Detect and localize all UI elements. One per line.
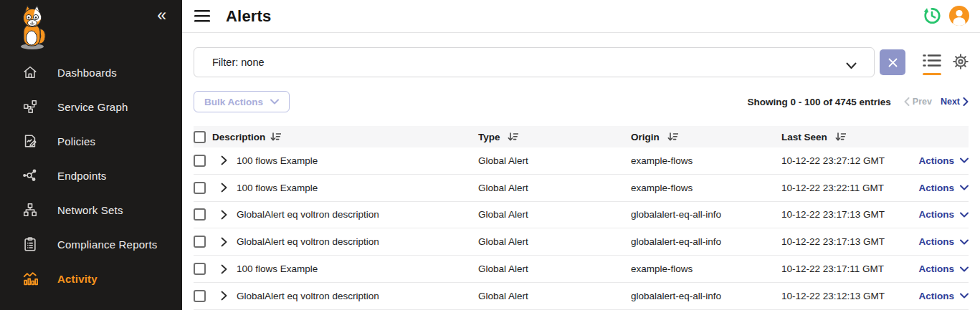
expand-row-icon[interactable] xyxy=(221,264,227,274)
sort-icon[interactable] xyxy=(270,132,281,142)
row-actions-dropdown[interactable]: Actions xyxy=(918,236,969,247)
sidebar-item-partial[interactable] xyxy=(0,296,182,310)
sidebar-item-activity[interactable]: Activity xyxy=(0,261,182,296)
alert-origin: example-flows xyxy=(631,155,781,166)
sidebar-item-label: Network Sets xyxy=(57,204,123,216)
list-view-toggle[interactable] xyxy=(923,53,941,75)
actions-label: Actions xyxy=(918,236,954,247)
chevron-left-icon xyxy=(904,97,910,106)
sidebar-item-policies[interactable]: Policies xyxy=(0,124,182,158)
showing-entries-text: Showing 0 - 100 of 4745 entries xyxy=(747,97,890,107)
alert-description: GlobalAlert eq voltron description xyxy=(237,291,379,301)
alert-description: GlobalAlert eq voltron description xyxy=(237,236,379,247)
expand-row-icon[interactable] xyxy=(221,183,227,193)
sort-icon[interactable] xyxy=(508,132,518,142)
sidebar-item-label: Activity xyxy=(57,273,97,285)
row-actions-dropdown[interactable]: Actions xyxy=(918,209,969,220)
chevron-right-icon xyxy=(963,97,969,106)
row-checkbox[interactable] xyxy=(194,236,206,248)
row-actions-dropdown[interactable]: Actions xyxy=(918,155,969,166)
activity-icon xyxy=(22,270,39,287)
alert-last-seen: 10-12-22 23:12:13 GMT xyxy=(781,291,918,301)
alert-description: 100 flows Example xyxy=(237,155,318,166)
user-avatar-icon[interactable] xyxy=(948,5,970,26)
chevron-down-icon xyxy=(270,99,279,105)
row-checkbox[interactable] xyxy=(194,155,206,167)
alert-origin: example-flows xyxy=(631,183,781,193)
column-header-description[interactable]: Description xyxy=(212,132,265,142)
alert-description: GlobalAlert eq voltron description xyxy=(237,209,379,220)
actions-label: Actions xyxy=(918,155,954,166)
sidebar-item-label: Compliance Reports xyxy=(57,238,158,251)
select-all-checkbox[interactable] xyxy=(194,131,206,143)
endpoints-icon xyxy=(22,167,39,184)
policies-icon xyxy=(22,132,39,150)
expand-row-icon[interactable] xyxy=(221,237,227,247)
chevron-down-icon xyxy=(960,158,969,163)
alert-type: Global Alert xyxy=(478,291,631,301)
row-checkbox[interactable] xyxy=(194,263,206,275)
list-view-icon xyxy=(923,53,941,69)
sidebar-nav: Dashboards Service Graph Policies Endpoi… xyxy=(0,55,182,310)
sidebar-item-network-sets[interactable]: Network Sets xyxy=(0,193,182,227)
alert-type: Global Alert xyxy=(478,209,631,220)
chevron-down-icon xyxy=(960,185,969,190)
network-sets-icon xyxy=(22,201,39,218)
alert-type: Global Alert xyxy=(478,183,631,193)
chevron-down-icon xyxy=(960,293,969,299)
sidebar-item-endpoints[interactable]: Endpoints xyxy=(0,158,182,193)
alert-type: Global Alert xyxy=(478,236,631,247)
prev-page-link[interactable]: Prev xyxy=(904,97,932,107)
main-content: Alerts Fi xyxy=(182,0,980,310)
expand-row-icon[interactable] xyxy=(221,210,227,220)
history-icon[interactable] xyxy=(921,5,943,26)
sidebar-item-compliance-reports[interactable]: Compliance Reports xyxy=(0,227,182,261)
compliance-reports-icon xyxy=(22,236,39,253)
filter-dropdown-value: Filter: none xyxy=(212,57,265,68)
row-checkbox[interactable] xyxy=(194,208,206,221)
table-row: 100 flows Example Global Alert example-f… xyxy=(194,147,969,175)
column-header-type[interactable]: Type xyxy=(478,132,500,142)
page-title: Alerts xyxy=(226,7,272,26)
close-icon xyxy=(888,58,898,67)
alert-type: Global Alert xyxy=(478,155,631,166)
pagination: Showing 0 - 100 of 4745 entries Prev Nex… xyxy=(747,91,969,112)
page-header: Alerts xyxy=(182,0,980,33)
sidebar-item-label: Endpoints xyxy=(57,170,107,182)
sort-icon[interactable] xyxy=(667,132,678,142)
row-actions-dropdown[interactable]: Actions xyxy=(918,291,969,301)
table-row: 100 flows Example Global Alert example-f… xyxy=(194,175,969,202)
next-page-link[interactable]: Next xyxy=(941,97,969,107)
alert-last-seen: 10-12-22 23:17:11 GMT xyxy=(781,263,918,274)
actions-label: Actions xyxy=(918,183,954,193)
column-header-last-seen[interactable]: Last Seen xyxy=(781,132,827,142)
service-graph-icon xyxy=(22,98,39,115)
filter-dropdown[interactable]: Filter: none xyxy=(194,47,875,77)
expand-row-icon[interactable] xyxy=(221,291,227,301)
sort-icon[interactable] xyxy=(835,132,846,142)
hamburger-menu-icon[interactable] xyxy=(194,10,210,22)
bulk-actions-label: Bulk Actions xyxy=(204,97,263,107)
settings-gear-icon[interactable] xyxy=(951,52,970,74)
actions-label: Actions xyxy=(918,291,954,301)
sidebar-item-label: Service Graph xyxy=(57,101,128,113)
bulk-actions-button[interactable]: Bulk Actions xyxy=(194,91,290,112)
alert-type: Global Alert xyxy=(478,263,631,274)
row-checkbox[interactable] xyxy=(194,290,206,302)
active-view-indicator xyxy=(923,73,941,75)
column-header-origin[interactable]: Origin xyxy=(631,132,660,142)
chevron-down-icon xyxy=(960,239,969,245)
row-checkbox[interactable] xyxy=(194,182,206,194)
actions-label: Actions xyxy=(918,209,954,220)
sidebar-item-service-graph[interactable]: Service Graph xyxy=(0,89,182,124)
clear-filter-button[interactable] xyxy=(880,49,905,75)
alert-last-seen: 10-12-22 23:17:13 GMT xyxy=(781,209,918,220)
sidebar-collapse-icon[interactable]: « xyxy=(157,7,166,24)
sidebar-item-label: Dashboards xyxy=(57,67,117,79)
row-actions-dropdown[interactable]: Actions xyxy=(918,263,969,274)
sidebar-item-dashboards[interactable]: Dashboards xyxy=(0,55,182,89)
row-actions-dropdown[interactable]: Actions xyxy=(918,183,969,193)
expand-row-icon[interactable] xyxy=(221,155,227,165)
alert-last-seen: 10-12-22 23:17:13 GMT xyxy=(781,236,918,247)
alert-last-seen: 10-12-22 23:27:12 GMT xyxy=(781,155,918,166)
